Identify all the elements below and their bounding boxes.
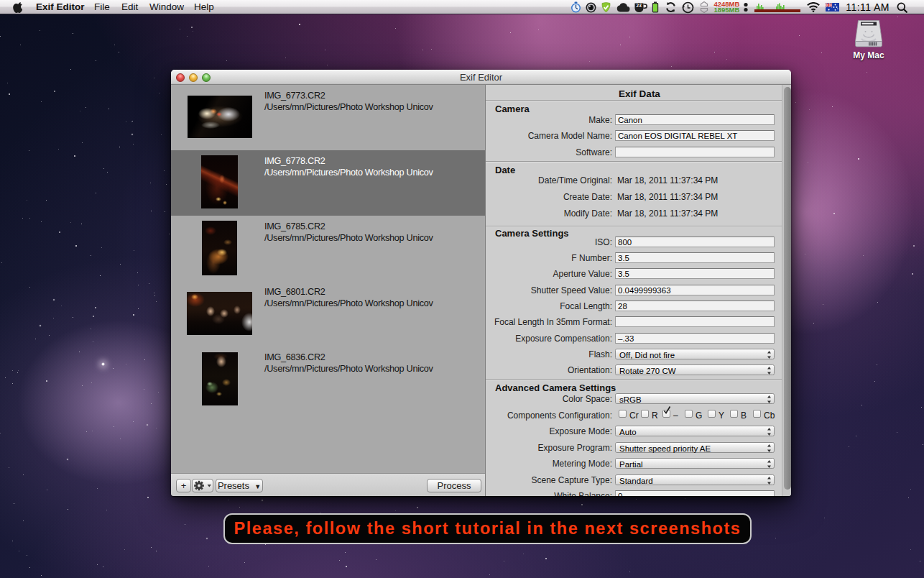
svg-text:23: 23 [637, 3, 642, 8]
